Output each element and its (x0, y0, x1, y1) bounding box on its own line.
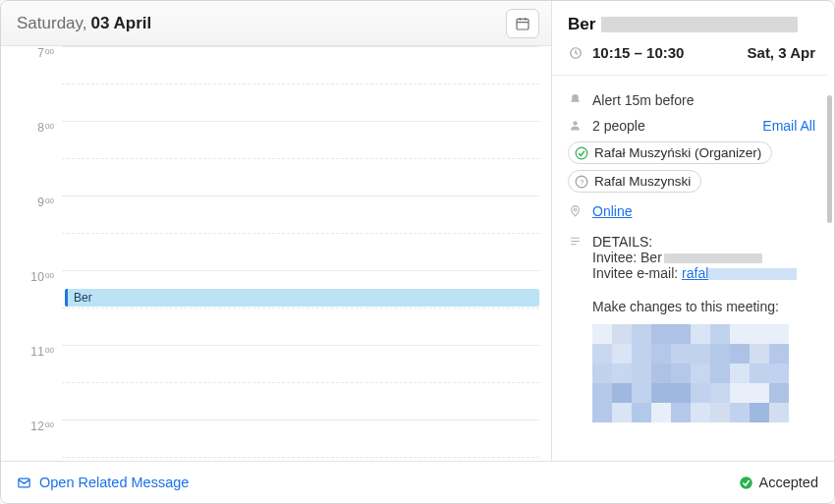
event-time-range: 10:15 – 10:30 (592, 44, 684, 61)
redacted-pixelated-region (592, 324, 815, 422)
question-circle-icon: ? (575, 175, 588, 189)
notes-icon (568, 235, 583, 251)
hour-row: 1100 (1, 345, 551, 420)
check-circle-icon (575, 146, 588, 160)
main-body: Saturday, 03 April 700800900100011001200… (1, 1, 834, 462)
details-content: DETAILS: Invitee: Ber Invitee e-mail: ra… (592, 234, 815, 422)
event-details-content: Ber 10:15 – 10:30 Sat, 3 Apr A (552, 1, 827, 461)
half-hour-line (62, 382, 539, 383)
attendee-pill[interactable]: Rafał Muszyński (Organizer) (568, 141, 772, 164)
redacted-block (664, 253, 762, 263)
location-row: Online (568, 196, 815, 224)
invitee-line: Invitee: Ber (592, 250, 815, 265)
clock-icon (568, 46, 583, 60)
event-date-label: Sat, 3 Apr (748, 44, 815, 61)
rsvp-status-label: Accepted (759, 475, 818, 490)
scrollbar-thumb[interactable] (827, 95, 832, 223)
hour-label: 700 (1, 46, 62, 121)
hour-row: 900 (1, 196, 551, 270)
calendar-window: Saturday, 03 April 700800900100011001200… (0, 0, 835, 504)
hour-line (62, 270, 539, 271)
details-block: DETAILS: Invitee: Ber Invitee e-mail: ra… (568, 224, 815, 427)
hour-line (62, 46, 539, 47)
hour-label: 1100 (1, 345, 62, 420)
invitee-value-prefix: Ber (640, 250, 662, 265)
half-hour-line (62, 457, 539, 458)
open-message-icon (17, 476, 31, 490)
half-hour-line (62, 84, 539, 84)
event-title-text: Ber (568, 15, 595, 34)
check-circle-icon (739, 476, 753, 490)
invitee-email-line: Invitee e-mail: rafal (592, 265, 815, 281)
hour-label: 1200 (1, 420, 62, 461)
attendees-list: Rafał Muszyński (Organizer)?Rafal Muszyn… (568, 139, 815, 196)
people-count: 2 people (592, 118, 752, 134)
location-link[interactable]: Online (592, 203, 632, 219)
person-icon (568, 119, 583, 135)
month-picker-button[interactable] (506, 9, 539, 38)
invitee-email-label: Invitee e-mail: (592, 265, 682, 281)
calendar-icon (515, 16, 530, 31)
rsvp-status[interactable]: Accepted (739, 475, 818, 490)
attendee-name: Rafał Muszyński (Organizer) (594, 145, 761, 160)
svg-point-6 (576, 147, 587, 159)
svg-point-14 (740, 476, 752, 489)
hour-label: 800 (1, 121, 62, 196)
day-header: Saturday, 03 April (1, 1, 551, 46)
invitee-label: Invitee: (592, 250, 640, 265)
hour-row: 1200 (1, 420, 551, 461)
open-related-message-label: Open Related Message (39, 475, 189, 490)
invitee-email-link[interactable]: rafal (682, 265, 708, 281)
hour-line (62, 420, 539, 420)
half-hour-line (62, 233, 539, 234)
svg-text:?: ? (580, 177, 584, 186)
event-details-pane: Ber 10:15 – 10:30 Sat, 3 Apr A (552, 1, 834, 461)
attendee-pill[interactable]: ?Rafal Muszynski (568, 170, 701, 193)
event-title: Ber (568, 15, 815, 34)
svg-point-5 (573, 121, 577, 125)
hour-row: 700 (1, 46, 551, 121)
bell-icon (568, 93, 583, 109)
hour-line (62, 196, 539, 196)
half-hour-line (62, 308, 539, 308)
location-icon (568, 204, 583, 220)
date-day: 03 April (91, 14, 152, 33)
attendee-name: Rafal Muszynski (594, 174, 691, 189)
svg-point-9 (574, 208, 577, 211)
hour-line (62, 121, 539, 122)
redacted-block (708, 268, 797, 280)
details-scrollbar[interactable] (827, 1, 834, 461)
redacted-block (601, 17, 798, 32)
event-time-row: 10:15 – 10:30 Sat, 3 Apr (568, 34, 815, 61)
svg-rect-0 (517, 19, 529, 29)
hour-label: 1000 (1, 270, 62, 345)
footer-bar: Open Related Message Accepted (1, 462, 834, 503)
date-weekday: Saturday, (17, 14, 87, 33)
people-row: 2 people Email All (568, 113, 815, 139)
calendar-event-title: Ber (74, 291, 92, 305)
calendar-event[interactable]: Ber (65, 289, 539, 307)
details-heading: DETAILS: (592, 234, 815, 250)
hour-label: 900 (1, 196, 62, 270)
change-hint: Make changes to this meeting: (592, 299, 815, 314)
hour-line (62, 345, 539, 346)
hour-grid[interactable]: 700800900100011001200Ber (1, 46, 551, 461)
email-all-link[interactable]: Email All (762, 118, 815, 134)
open-related-message-link[interactable]: Open Related Message (17, 475, 189, 490)
half-hour-line (62, 158, 539, 159)
alert-text: Alert 15m before (592, 92, 815, 108)
hour-row: 1000 (1, 270, 551, 345)
day-calendar-pane: Saturday, 03 April 700800900100011001200… (1, 1, 552, 461)
alert-row: Alert 15m before (568, 87, 815, 113)
hour-row: 800 (1, 121, 551, 196)
